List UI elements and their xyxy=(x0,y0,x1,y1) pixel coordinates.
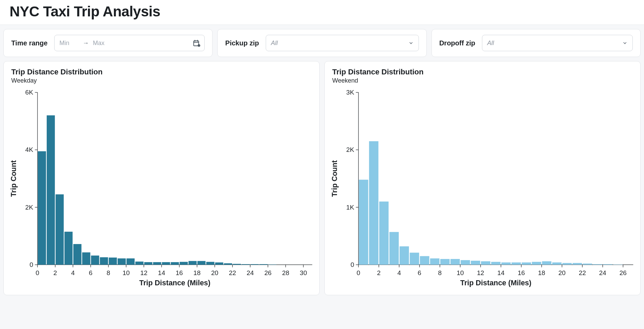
svg-text:2K: 2K xyxy=(346,146,354,153)
svg-text:8: 8 xyxy=(106,269,110,276)
svg-rect-125 xyxy=(501,262,511,265)
svg-text:0: 0 xyxy=(351,261,354,268)
dropoff-zip-value: All xyxy=(487,40,494,47)
svg-rect-52 xyxy=(109,258,117,265)
svg-text:Trip Count: Trip Count xyxy=(10,160,18,197)
chart-title: Trip Distance Distribution xyxy=(332,68,638,76)
svg-rect-127 xyxy=(522,262,531,265)
svg-rect-67 xyxy=(242,264,250,265)
time-range-card: Time range → xyxy=(3,29,213,57)
svg-text:0: 0 xyxy=(36,269,40,276)
svg-rect-49 xyxy=(82,252,90,264)
svg-text:2K: 2K xyxy=(25,204,33,211)
charts: Trip Distance Distribution Weekday 02K4K… xyxy=(0,61,644,300)
svg-rect-51 xyxy=(100,257,108,265)
dropoff-zip-card: Dropoff zip All xyxy=(431,29,641,57)
svg-rect-63 xyxy=(206,262,215,264)
svg-rect-44 xyxy=(38,151,46,264)
svg-rect-120 xyxy=(451,259,460,265)
svg-text:2: 2 xyxy=(377,269,381,276)
time-range-label: Time range xyxy=(11,39,47,47)
svg-rect-128 xyxy=(532,262,541,264)
svg-text:1K: 1K xyxy=(346,204,354,211)
svg-rect-136 xyxy=(613,264,623,265)
svg-rect-54 xyxy=(127,258,135,265)
chart-weekday-card: Trip Distance Distribution Weekday 02K4K… xyxy=(3,61,320,295)
svg-text:2: 2 xyxy=(54,269,57,276)
svg-rect-135 xyxy=(603,264,612,265)
dropoff-zip-select[interactable]: All xyxy=(482,35,633,51)
svg-text:22: 22 xyxy=(579,269,586,276)
svg-text:12: 12 xyxy=(477,269,484,276)
svg-rect-47 xyxy=(64,232,73,265)
svg-rect-130 xyxy=(552,262,561,265)
svg-text:30: 30 xyxy=(300,269,307,276)
svg-rect-60 xyxy=(180,262,188,264)
svg-text:16: 16 xyxy=(518,269,525,276)
svg-rect-70 xyxy=(268,264,276,265)
chart-weekend-card: Trip Distance Distribution Weekend 01K2K… xyxy=(324,61,641,295)
svg-rect-123 xyxy=(481,261,490,265)
svg-text:12: 12 xyxy=(140,269,147,276)
time-max-input[interactable] xyxy=(92,39,113,47)
svg-rect-112 xyxy=(369,141,378,265)
svg-text:6: 6 xyxy=(418,269,422,276)
svg-rect-66 xyxy=(233,264,241,265)
svg-text:24: 24 xyxy=(247,269,254,276)
svg-text:6: 6 xyxy=(89,269,93,276)
svg-rect-62 xyxy=(197,261,206,265)
chevron-down-icon xyxy=(622,40,628,46)
page-title: NYC Taxi Trip Analysis xyxy=(10,3,634,20)
svg-text:8: 8 xyxy=(438,269,442,276)
time-range-input[interactable]: → xyxy=(54,35,205,51)
svg-rect-116 xyxy=(410,253,419,264)
svg-rect-68 xyxy=(251,264,259,265)
svg-rect-118 xyxy=(430,258,439,265)
dropoff-zip-label: Dropoff zip xyxy=(439,39,475,47)
svg-text:22: 22 xyxy=(229,269,236,276)
svg-rect-56 xyxy=(144,262,152,265)
arrow-icon: → xyxy=(83,40,89,47)
svg-text:18: 18 xyxy=(193,269,201,276)
svg-rect-64 xyxy=(215,262,223,265)
svg-text:4K: 4K xyxy=(25,146,33,153)
svg-text:26: 26 xyxy=(264,269,272,276)
svg-text:3K: 3K xyxy=(346,89,354,96)
svg-rect-122 xyxy=(471,261,480,265)
svg-rect-55 xyxy=(135,261,144,264)
svg-text:Trip Count: Trip Count xyxy=(331,160,339,197)
svg-text:Trip Distance (Miles): Trip Distance (Miles) xyxy=(460,279,531,287)
pickup-zip-card: Pickup zip All xyxy=(217,29,426,57)
svg-text:24: 24 xyxy=(599,269,606,276)
header: NYC Taxi Trip Analysis xyxy=(0,0,644,25)
svg-text:10: 10 xyxy=(457,269,464,276)
svg-text:Trip Distance (Miles): Trip Distance (Miles) xyxy=(139,279,210,287)
svg-text:16: 16 xyxy=(176,269,183,276)
svg-rect-59 xyxy=(171,262,179,265)
svg-text:14: 14 xyxy=(497,269,504,276)
svg-rect-119 xyxy=(440,259,450,265)
filters: Time range → Pickup zip All Dropoff zip … xyxy=(0,25,644,61)
svg-text:0: 0 xyxy=(30,261,33,268)
chart-subtitle: Weekend xyxy=(332,77,638,84)
svg-text:4: 4 xyxy=(71,269,75,276)
svg-rect-113 xyxy=(379,202,389,265)
svg-rect-61 xyxy=(189,261,197,265)
svg-rect-46 xyxy=(56,194,64,264)
svg-rect-111 xyxy=(359,180,368,265)
svg-text:6K: 6K xyxy=(25,89,33,96)
time-min-input[interactable] xyxy=(59,39,79,47)
pickup-zip-select[interactable]: All xyxy=(266,35,419,51)
svg-rect-69 xyxy=(260,264,268,265)
svg-text:0: 0 xyxy=(357,269,361,276)
svg-rect-45 xyxy=(47,115,55,265)
svg-text:10: 10 xyxy=(122,269,130,276)
svg-text:28: 28 xyxy=(282,269,289,276)
pickup-zip-label: Pickup zip xyxy=(225,39,259,47)
svg-rect-57 xyxy=(153,262,161,265)
svg-text:14: 14 xyxy=(158,269,165,276)
calendar-icon[interactable] xyxy=(193,39,200,47)
svg-rect-48 xyxy=(73,244,82,265)
svg-rect-126 xyxy=(512,262,521,265)
svg-text:20: 20 xyxy=(211,269,218,276)
